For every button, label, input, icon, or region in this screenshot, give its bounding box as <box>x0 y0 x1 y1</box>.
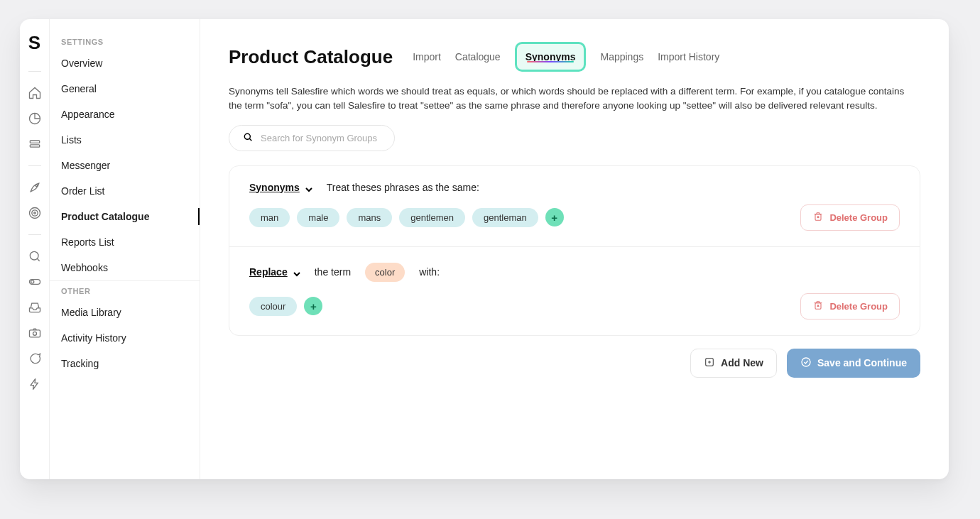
group-description: Treat theses phrases as the same: <box>327 182 479 193</box>
sidebar-item-lists[interactable]: Lists <box>50 127 200 153</box>
replace-term-pill[interactable]: color <box>365 263 405 282</box>
sidebar-item-messenger[interactable]: Messenger <box>50 153 200 178</box>
save-continue-label: Save and Continue <box>817 357 907 368</box>
chart-icon[interactable] <box>26 110 43 127</box>
delete-group-button[interactable]: Delete Group <box>800 293 900 319</box>
search-input[interactable] <box>261 133 381 143</box>
svg-point-4 <box>29 208 40 219</box>
bolt-icon[interactable] <box>26 376 43 393</box>
svg-point-7 <box>30 251 38 260</box>
sidebar-item-activity-history[interactable]: Activity History <box>50 325 200 351</box>
svg-point-11 <box>33 332 36 335</box>
rocket-icon[interactable] <box>26 179 43 196</box>
sidebar-item-webhooks[interactable]: Webhooks <box>50 255 200 281</box>
target-icon[interactable] <box>26 204 43 222</box>
trash-icon <box>812 211 824 224</box>
group-type-select[interactable]: Synonyms <box>249 182 312 193</box>
groups-card: Synonyms Treat theses phrases as the sam… <box>229 165 920 336</box>
main-content: Product Catalogue Import Catalogue Synon… <box>200 19 949 479</box>
delete-group-button[interactable]: Delete Group <box>800 204 900 231</box>
app-shell: S <box>20 19 949 479</box>
svg-rect-10 <box>29 330 40 337</box>
synonym-pill[interactable]: gentleman <box>472 208 538 227</box>
synonym-group: Synonyms Treat theses phrases as the sam… <box>229 166 920 246</box>
synonym-pills: man male mans gentlemen gentleman + <box>249 208 564 227</box>
sidebar-item-tracking[interactable]: Tracking <box>50 351 200 376</box>
tab-import[interactable]: Import <box>413 44 441 70</box>
search-icon <box>242 131 254 145</box>
svg-point-9 <box>31 280 33 283</box>
icon-rail: S <box>20 19 50 479</box>
page-description: Synonyms tell Salesfire which words we s… <box>229 84 910 114</box>
sidebar-item-appearance[interactable]: Appearance <box>50 102 200 127</box>
synonym-pill[interactable]: gentlemen <box>399 208 465 227</box>
add-new-button[interactable]: Add New <box>690 349 777 378</box>
add-replacement-button[interactable]: + <box>304 297 322 315</box>
sidebar-item-media-library[interactable]: Media Library <box>50 300 200 325</box>
logo[interactable]: S <box>28 32 40 54</box>
synonym-pill[interactable]: man <box>249 208 290 227</box>
group-type-label: Replace <box>249 266 288 278</box>
stack-icon[interactable] <box>26 136 43 153</box>
tab-import-history[interactable]: Import History <box>658 44 719 70</box>
add-icon <box>704 356 715 370</box>
replace-suffix: with: <box>419 266 440 278</box>
tab-mappings[interactable]: Mappings <box>600 44 643 70</box>
tab-synonyms[interactable]: Synonyms <box>526 48 576 65</box>
chat-icon[interactable] <box>26 350 43 367</box>
synonym-pill[interactable]: male <box>297 208 339 227</box>
replace-group: Replace the term color with: colour + <box>229 246 920 335</box>
svg-point-16 <box>802 358 810 366</box>
tab-synonyms-highlight: Synonyms <box>515 42 587 72</box>
replace-prefix: the term <box>315 266 351 278</box>
rail-divider <box>28 165 41 166</box>
toggle-icon[interactable] <box>26 273 43 290</box>
chevron-down-icon <box>305 184 312 191</box>
main-header: Product Catalogue Import Catalogue Synon… <box>229 42 920 72</box>
add-new-label: Add New <box>721 357 763 368</box>
sidebar-section-settings: SETTINGS <box>50 32 200 50</box>
trash-icon <box>812 300 824 313</box>
svg-point-5 <box>31 210 37 216</box>
sidebar-item-reports-list[interactable]: Reports List <box>50 229 200 255</box>
svg-point-6 <box>33 212 36 214</box>
search-icon[interactable] <box>26 248 43 265</box>
chevron-down-icon <box>293 268 300 275</box>
tab-catalogue[interactable]: Catalogue <box>455 44 501 70</box>
svg-rect-1 <box>30 141 39 143</box>
replacement-pill[interactable]: colour <box>249 297 297 316</box>
sidebar: SETTINGS Overview General Appearance Lis… <box>50 19 200 479</box>
group-type-select[interactable]: Replace <box>249 266 300 278</box>
search-wrap[interactable] <box>229 125 395 151</box>
rail-divider <box>28 71 41 72</box>
group-type-label: Synonyms <box>249 182 300 193</box>
replace-pills: colour + <box>249 297 322 316</box>
sidebar-item-general[interactable]: General <box>50 76 200 102</box>
svg-point-12 <box>244 133 250 139</box>
inbox-icon[interactable] <box>26 299 43 316</box>
delete-group-label: Delete Group <box>829 301 888 312</box>
synonym-pill[interactable]: mans <box>347 208 392 227</box>
add-synonym-button[interactable]: + <box>545 208 564 226</box>
sidebar-item-product-catalogue[interactable]: Product Catalogue <box>50 204 200 229</box>
camera-icon[interactable] <box>26 324 43 342</box>
group-head: Replace the term color with: <box>249 263 900 282</box>
svg-rect-2 <box>30 145 39 147</box>
sidebar-item-overview[interactable]: Overview <box>50 50 200 76</box>
sidebar-section-other: OTHER <box>50 281 200 300</box>
group-head: Synonyms Treat theses phrases as the sam… <box>249 182 900 193</box>
footer-actions: Add New Save and Continue <box>229 349 920 378</box>
sidebar-item-order-list[interactable]: Order List <box>50 178 200 204</box>
tabs: Import Catalogue Synonyms Mappings Impor… <box>413 42 719 72</box>
save-continue-button[interactable]: Save and Continue <box>787 349 920 378</box>
rail-divider <box>28 234 41 235</box>
home-icon[interactable] <box>26 84 43 102</box>
svg-point-3 <box>36 185 38 187</box>
check-circle-icon <box>800 356 812 370</box>
page-title: Product Catalogue <box>229 46 393 68</box>
delete-group-label: Delete Group <box>829 212 888 223</box>
